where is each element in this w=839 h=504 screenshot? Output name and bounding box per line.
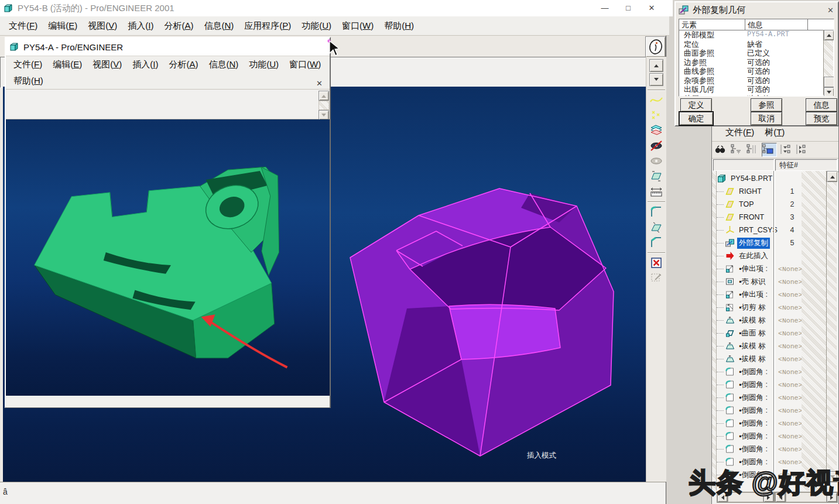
main-menu-item-2[interactable]: 视图(V) bbox=[83, 19, 122, 33]
measure-icon[interactable] bbox=[649, 184, 664, 199]
dialog-scroll-thumb[interactable] bbox=[824, 77, 834, 87]
tree-item-21[interactable]: ▪倒圆角 : bbox=[717, 443, 773, 455]
dialog-titlebar[interactable]: 外部复制几何 ✕ bbox=[676, 2, 838, 18]
round-tool-icon[interactable] bbox=[649, 204, 664, 220]
tree-item-20[interactable]: ▪倒圆角 : bbox=[717, 430, 773, 443]
delete-icon[interactable] bbox=[649, 255, 664, 270]
tree-item-4[interactable]: PRT_CSYS bbox=[717, 224, 773, 236]
tree-scroll-up[interactable] bbox=[827, 171, 837, 182]
message-scroll-down[interactable] bbox=[649, 73, 663, 86]
dialog-close-icon[interactable]: ✕ bbox=[826, 6, 835, 15]
datum-curve-icon[interactable] bbox=[649, 92, 664, 108]
chamfer-tool-icon[interactable] bbox=[649, 235, 664, 250]
references-button[interactable]: 参照 bbox=[751, 98, 782, 112]
child-menu-item-2[interactable]: 视图(V) bbox=[87, 57, 127, 72]
tree-item-15[interactable]: ▪倒圆角 : bbox=[717, 365, 773, 378]
find-icon[interactable] bbox=[714, 143, 728, 156]
tree-item-13[interactable]: ▪拔模 标 bbox=[717, 340, 773, 352]
expand-all-icon[interactable] bbox=[779, 143, 793, 156]
tree-item-14[interactable]: ▪拔模 标 bbox=[717, 352, 773, 365]
tree-item-19[interactable]: ▪倒圆角 : bbox=[717, 417, 773, 430]
tree-item-16[interactable]: ▪倒圆角 : bbox=[717, 378, 773, 391]
redefine-icon[interactable] bbox=[649, 270, 664, 286]
tree-column-header[interactable] bbox=[713, 159, 774, 171]
tree-item-3[interactable]: FRONT bbox=[717, 211, 773, 224]
preview-button[interactable]: 预览 bbox=[806, 112, 837, 125]
tree-item-18[interactable]: ▪倒圆角 : bbox=[717, 404, 773, 417]
main-menu-item-9[interactable]: 帮助(H) bbox=[379, 19, 419, 33]
main-menu-item-7[interactable]: 功能(U) bbox=[296, 19, 337, 33]
child-close-icon[interactable]: ✕ bbox=[315, 79, 324, 88]
dialog-row-4[interactable]: 曲线参照可选的 bbox=[679, 67, 834, 76]
filter-icon[interactable] bbox=[730, 143, 744, 156]
dialog-scroll-down[interactable] bbox=[824, 87, 834, 97]
child-menu-item-4[interactable]: 分析(A) bbox=[163, 57, 203, 72]
highlight-icon[interactable] bbox=[762, 143, 777, 157]
child-msg-scroll-down[interactable] bbox=[319, 110, 329, 120]
child-menu-item-0[interactable]: 文件(F) bbox=[8, 57, 47, 72]
tree-item-10[interactable]: ▪切剪 标 bbox=[717, 301, 773, 314]
tree-item-17[interactable]: ▪倒圆角 : bbox=[717, 391, 773, 404]
main-menu-item-4[interactable]: 分析(A) bbox=[159, 19, 198, 33]
tree-item-5[interactable]: 外部复制 bbox=[717, 236, 773, 249]
hide-icon[interactable] bbox=[649, 138, 664, 153]
child-menu-item-5[interactable]: 信息(N) bbox=[203, 57, 244, 72]
feature-column-header[interactable]: 特征# bbox=[775, 159, 837, 171]
child-titlebar[interactable]: PY54-A - Pro/ENGINEER ✕ bbox=[6, 38, 330, 56]
message-scroll-up[interactable] bbox=[649, 59, 663, 72]
main-menu-item-3[interactable]: 插入(I) bbox=[122, 19, 159, 33]
info-button[interactable]: 信息 bbox=[806, 98, 837, 112]
define-button[interactable]: 定义 bbox=[680, 98, 712, 112]
datum-point-icon[interactable] bbox=[649, 108, 664, 123]
main-menu-item-8[interactable]: 窗口(W) bbox=[337, 19, 379, 33]
minimize-icon[interactable]: — bbox=[593, 4, 617, 12]
main-menu-item-5[interactable]: 信息(N) bbox=[198, 19, 239, 33]
child-menu-item-3[interactable]: 插入(I) bbox=[127, 57, 163, 72]
collapse-all-icon[interactable] bbox=[795, 143, 809, 156]
draft-tool-icon[interactable] bbox=[649, 169, 664, 184]
dialog-row-5[interactable]: 杂项参照可选的 bbox=[679, 76, 834, 85]
child-menu-item-r2-0[interactable]: 帮助(H) bbox=[8, 74, 49, 88]
tree-item-9[interactable]: ▪伸出项 : bbox=[717, 288, 773, 301]
tree-item-2[interactable]: TOP bbox=[717, 198, 773, 211]
tree-item-1[interactable]: RIGHT bbox=[717, 185, 773, 198]
show-icon[interactable] bbox=[649, 153, 664, 169]
main-menu-item-6[interactable]: 应用程序(P) bbox=[239, 19, 296, 33]
child-menu-item-6[interactable]: 功能(U) bbox=[244, 57, 284, 72]
tree-guide bbox=[717, 243, 724, 244]
tree-item-12[interactable]: ▪曲面 标 bbox=[717, 327, 773, 340]
tree-item-7[interactable]: ▪伸出项 : bbox=[717, 262, 773, 275]
columns-icon[interactable] bbox=[746, 143, 760, 156]
tree-item-11[interactable]: ▪拔模 标 bbox=[717, 314, 773, 327]
tree-item-6[interactable]: 在此插入 bbox=[717, 249, 773, 262]
tree-menu-item-1[interactable]: 树(T) bbox=[759, 125, 790, 140]
dialog-scroll-up[interactable] bbox=[824, 30, 834, 40]
child-menu-item-1[interactable]: 编辑(E) bbox=[47, 57, 87, 72]
main-titlebar[interactable]: PY54-B (活动的) - Pro/ENGINEER 2001 — □ ✕ bbox=[0, 0, 673, 16]
tree-item-root[interactable]: PY54-B.PRT bbox=[717, 172, 773, 185]
child-msg-scroll-up[interactable] bbox=[319, 91, 329, 101]
col-header-element: 元素 bbox=[679, 19, 745, 30]
draft-tool-2-icon[interactable] bbox=[649, 220, 664, 235]
main-menu-item-1[interactable]: 编辑(E) bbox=[43, 19, 83, 33]
tree-guide bbox=[717, 256, 724, 256]
dialog-row-3[interactable]: 边参照可选的 bbox=[679, 58, 834, 67]
close-icon[interactable]: ✕ bbox=[640, 4, 663, 12]
dialog-row-2[interactable]: 曲面参照已定义 bbox=[679, 49, 834, 58]
child-menu-item-7[interactable]: 窗口(W) bbox=[284, 57, 326, 72]
dialog-row-6[interactable]: 出版几何可选的 bbox=[679, 85, 834, 94]
round-icon bbox=[725, 444, 735, 454]
child-graphics-area[interactable] bbox=[6, 119, 330, 396]
dialog-row-1[interactable]: 定位缺省 bbox=[679, 40, 834, 49]
cancel-button[interactable]: 取消 bbox=[751, 112, 782, 125]
tree-menu-item-0[interactable]: 文件(F) bbox=[720, 125, 759, 140]
layers-icon[interactable] bbox=[649, 123, 664, 138]
tree-item-8[interactable]: ▪壳 标识 bbox=[717, 275, 773, 288]
maximize-icon[interactable]: □ bbox=[617, 4, 640, 12]
info-pencil-button[interactable] bbox=[645, 36, 666, 57]
main-menu-item-0[interactable]: 文件(F) bbox=[4, 19, 43, 33]
tree-left-scroll-track[interactable] bbox=[712, 171, 717, 491]
ok-button[interactable]: 确定 bbox=[679, 112, 713, 125]
dialog-row-7[interactable]: 从属独立的 bbox=[679, 94, 834, 97]
dialog-row-0[interactable]: 外部模型PY54-A.PRT bbox=[679, 30, 834, 40]
